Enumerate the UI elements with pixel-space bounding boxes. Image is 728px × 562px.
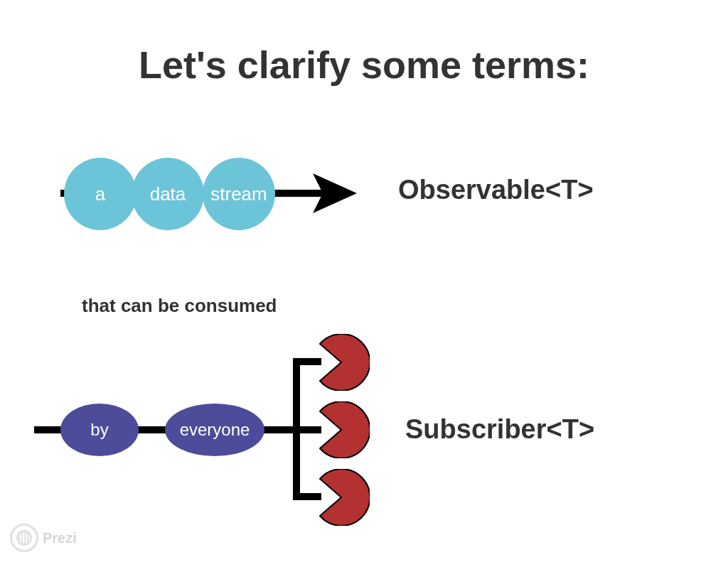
- observable-bubble: stream: [203, 158, 275, 230]
- prezi-text: Prezi: [43, 530, 77, 546]
- slide-title: Let's clarify some terms:: [0, 43, 728, 87]
- prezi-watermark: Prezi: [10, 524, 77, 552]
- svg-marker-0: [313, 173, 357, 213]
- subscriber-bubble: everyone: [165, 404, 264, 456]
- arrow-right-icon: [313, 173, 357, 213]
- pacman-icon: [313, 334, 370, 391]
- pacman-icon: [313, 469, 370, 526]
- connector-text: that can be consumed: [82, 295, 277, 317]
- prezi-logo-icon: [10, 524, 38, 552]
- subscriber-bubble: by: [60, 404, 139, 456]
- observable-bubble: a: [64, 158, 136, 230]
- pacman-icon: [313, 401, 370, 458]
- observable-bubble: data: [132, 158, 204, 230]
- subscriber-label: Subscriber<T>: [405, 414, 594, 445]
- observable-label: Observable<T>: [398, 175, 594, 205]
